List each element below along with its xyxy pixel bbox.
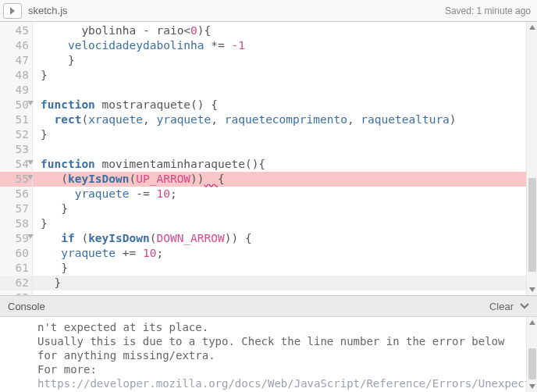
code-line[interactable]: function movimentaminharaquete(){ bbox=[33, 157, 537, 172]
scroll-thumb[interactable] bbox=[528, 178, 536, 272]
code-line[interactable] bbox=[33, 83, 537, 98]
filename-label: sketch.js bbox=[28, 5, 445, 16]
console-line: Usually this is due to a typo. Check the… bbox=[37, 335, 504, 362]
console-line: For more: bbox=[37, 363, 97, 376]
code-editor[interactable]: 45464748495051525354555657585960616263 y… bbox=[0, 22, 537, 295]
code-line[interactable]: if (keyIsDown(DOWN_ARROW)) { bbox=[33, 231, 537, 246]
scroll-up-icon[interactable] bbox=[527, 317, 537, 328]
code-line[interactable]: velocidadeydabolinha *= -1 bbox=[33, 38, 537, 53]
saved-status: Saved: 1 minute ago bbox=[445, 5, 531, 16]
code-line[interactable]: yraquete += 10; bbox=[33, 246, 537, 261]
code-line[interactable]: (keyIsDown(UP_ARROW)) { bbox=[33, 172, 537, 187]
code-line[interactable]: function mostraraquete() { bbox=[33, 98, 537, 112]
scroll-down-icon[interactable] bbox=[527, 381, 537, 392]
console-collapse-button[interactable] bbox=[520, 302, 529, 310]
scroll-down-icon[interactable] bbox=[527, 284, 537, 295]
scroll-up-icon[interactable] bbox=[527, 22, 537, 33]
code-line[interactable]: } bbox=[33, 201, 537, 216]
code-line[interactable]: } bbox=[33, 68, 537, 83]
code-line[interactable]: } bbox=[33, 53, 537, 68]
console-line: n't expected at its place. bbox=[37, 321, 208, 333]
console-link[interactable]: https://developer.mozilla.org/docs/Web/J… bbox=[37, 377, 537, 390]
console-header: Console Clear bbox=[0, 295, 537, 317]
toggle-sidebar-button[interactable] bbox=[3, 3, 22, 19]
code-line[interactable]: rect(xraquete, yraquete, raquetecomprime… bbox=[33, 112, 537, 127]
code-line[interactable] bbox=[33, 142, 537, 157]
console-title: Console bbox=[8, 301, 489, 312]
console-clear-button[interactable]: Clear bbox=[489, 301, 514, 312]
code-line[interactable]: } bbox=[33, 216, 537, 231]
console-output[interactable]: n't expected at its place. Usually this … bbox=[0, 317, 537, 392]
chevron-right-icon bbox=[9, 7, 16, 15]
editor-topbar: sketch.js Saved: 1 minute ago bbox=[0, 0, 537, 22]
code-line[interactable]: } bbox=[33, 276, 537, 290]
code-line[interactable]: } bbox=[33, 261, 537, 276]
editor-scrollbar[interactable] bbox=[526, 22, 537, 295]
code-line[interactable] bbox=[33, 290, 537, 295]
chevron-down-icon bbox=[520, 302, 529, 310]
code-line[interactable]: ybolinha - raio<0){ bbox=[33, 23, 537, 38]
code-line[interactable]: } bbox=[33, 127, 537, 142]
code-area[interactable]: ybolinha - raio<0){ velocidadeydabolinha… bbox=[33, 22, 537, 295]
console-scrollbar[interactable] bbox=[526, 317, 537, 392]
line-gutter: 45464748495051525354555657585960616263 bbox=[0, 22, 33, 295]
code-line[interactable]: yraquete -= 10; bbox=[33, 187, 537, 201]
scroll-thumb[interactable] bbox=[528, 348, 536, 380]
